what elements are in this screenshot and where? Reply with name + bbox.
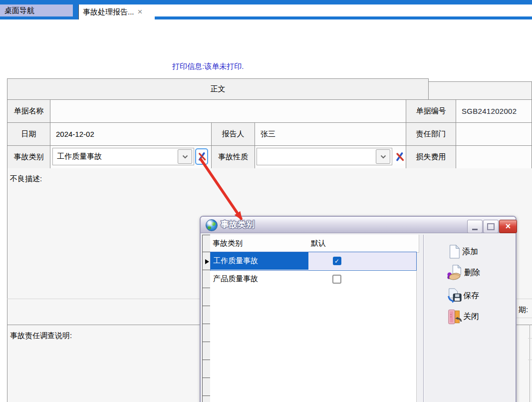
section-header-right-cell [428, 81, 532, 100]
table-empty-cell[interactable] [210, 324, 309, 343]
table-empty-cell[interactable] [308, 378, 366, 397]
table-empty-cell[interactable] [210, 378, 309, 397]
table-empty-cell[interactable] [308, 288, 366, 307]
right-edge-rowline [528, 360, 532, 360]
tab-accident-report[interactable]: 事故处理报告... × [78, 4, 155, 19]
table-empty-cell[interactable] [308, 306, 366, 325]
cost-value[interactable] [456, 145, 532, 169]
print-info-text: 打印信息:该单未打印. [172, 62, 244, 71]
table-empty-cell[interactable] [308, 396, 366, 402]
panel-separator [423, 235, 424, 402]
table-empty-cell[interactable] [365, 378, 417, 397]
column-header-category[interactable]: 事故类别 [210, 235, 312, 253]
minimize-button[interactable] [467, 220, 483, 233]
chevron-down-icon [182, 155, 188, 159]
app-window: 桌面导航 事故处理报告... × 打印信息:该单未打印. 正文 单据名称 单据编… [0, 0, 532, 402]
maximize-icon [487, 223, 495, 230]
accident-category-dialog: 事故类别 × 事故类别 默认 工作质量事故 ✓ 产品质量事故 [200, 216, 517, 402]
table-empty-cell[interactable] [365, 324, 417, 343]
chevron-down-icon [380, 155, 386, 159]
table-empty-cell[interactable] [210, 306, 309, 325]
table-empty-cell[interactable] [308, 342, 366, 361]
partial-date-label: 期: [519, 305, 528, 315]
category-combobox[interactable]: 工作质量事故 [52, 148, 194, 165]
close-door-button[interactable]: 关闭 [447, 308, 512, 326]
cost-label: 损失费用 [406, 145, 456, 169]
close-door-icon [447, 309, 462, 325]
close-button[interactable]: × [499, 220, 517, 233]
table-row-0-name-cell[interactable]: 工作质量事故 [210, 252, 312, 271]
tools-x-icon [395, 152, 405, 162]
default-checkbox[interactable]: ✓ [333, 257, 341, 265]
table-row-1-default-cell[interactable] [308, 270, 366, 289]
table-empty-cell[interactable] [365, 396, 417, 402]
category-clear-button[interactable] [195, 148, 208, 165]
globe-icon [206, 219, 218, 231]
close-icon: × [506, 221, 511, 232]
dialog-title-bar[interactable]: 事故类别 × [201, 217, 516, 233]
section-header-label: 正文 [211, 84, 226, 94]
top-blue-strip [0, 0, 532, 4]
maximize-button[interactable] [483, 220, 499, 233]
tab-desktop-navigation-label: 桌面导航 [4, 6, 34, 15]
table-empty-cell[interactable] [365, 360, 417, 379]
category-label: 事故类别 [7, 145, 50, 169]
column-header-extra [365, 235, 419, 253]
table-empty-cell[interactable] [210, 396, 309, 402]
default-checkbox[interactable] [332, 275, 341, 284]
dept-label: 责任部门 [406, 122, 456, 146]
save-disk-icon [447, 288, 462, 304]
delete-button[interactable]: 删除 [447, 264, 512, 282]
add-document-icon [447, 244, 461, 260]
table-empty-cell[interactable] [308, 324, 366, 343]
date-value[interactable]: 2024-12-02 [50, 122, 212, 146]
reporter-label: 报告人 [211, 122, 255, 146]
save-button[interactable]: 保存 [447, 287, 512, 305]
doc-name-label: 单据名称 [7, 99, 50, 123]
date-label: 日期 [7, 122, 50, 146]
nature-clear-button[interactable] [394, 150, 406, 164]
defect-desc-label: 不良描述: [10, 174, 42, 184]
right-edge-rowline [528, 338, 532, 339]
table-empty-cell[interactable] [210, 288, 309, 307]
table-empty-cell[interactable] [365, 342, 417, 361]
tools-x-icon [197, 152, 207, 161]
table-empty-cell[interactable] [308, 360, 366, 379]
table-row-0-extra-cell[interactable] [365, 252, 417, 271]
reporter-value[interactable]: 张三 [255, 122, 406, 146]
nature-dropdown-button[interactable] [376, 149, 390, 164]
table-row-1-extra-cell[interactable] [365, 270, 417, 289]
dept-value[interactable] [456, 122, 532, 146]
table-empty-cell[interactable] [365, 288, 417, 307]
right-edge-gridline [530, 325, 530, 402]
doc-name-value[interactable] [50, 99, 406, 123]
category-dropdown-button[interactable] [178, 149, 192, 164]
table-empty-cell[interactable] [365, 306, 417, 325]
table-empty-cell[interactable] [210, 342, 309, 361]
nature-combobox[interactable] [257, 148, 392, 165]
delete-hand-icon [447, 264, 463, 281]
table-row-1-name-cell[interactable]: 产品质量事故 [210, 270, 312, 289]
nature-label: 事故性质 [211, 145, 255, 169]
minimize-icon [472, 229, 478, 230]
investigation-label: 事故责任调查说明: [10, 331, 72, 341]
table-empty-cell[interactable] [210, 360, 309, 379]
doc-no-value[interactable]: SGB241202002 [456, 99, 532, 123]
tab-close-icon[interactable]: × [138, 7, 143, 17]
right-edge-rowline [517, 318, 532, 318]
table-row-0-default-cell[interactable]: ✓ [308, 252, 366, 271]
category-combobox-value: 工作质量事故 [53, 152, 178, 161]
doc-no-label: 单据编号 [406, 99, 456, 123]
dialog-title: 事故类别 [221, 219, 255, 230]
section-header-cell: 正文 [7, 78, 429, 100]
current-row-arrow-icon [205, 259, 209, 264]
column-header-default[interactable]: 默认 [308, 235, 368, 253]
tab-desktop-navigation[interactable]: 桌面导航 [0, 4, 73, 16]
add-button[interactable]: 添加 [447, 243, 512, 261]
tab-accident-report-label: 事故处理报告... [83, 7, 134, 17]
